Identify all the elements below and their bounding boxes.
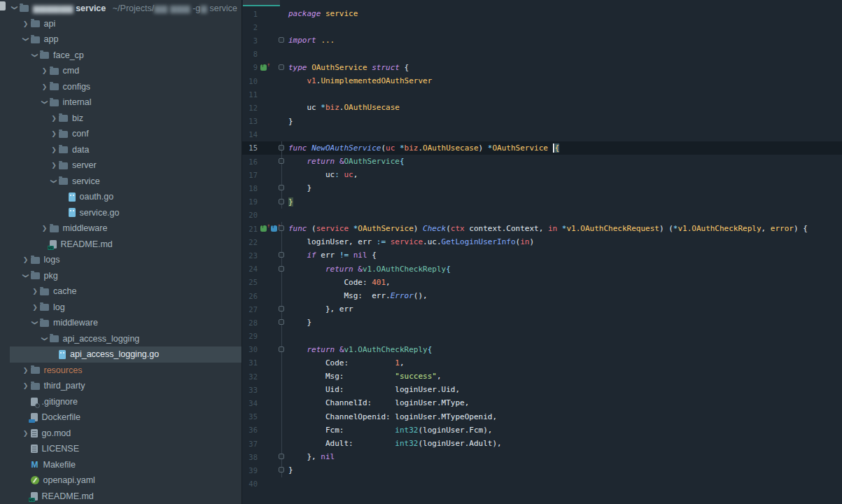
tree-item-app[interactable]: ❯app: [0, 31, 241, 48]
tree-item-go-mod[interactable]: ❯go.mod: [0, 426, 241, 442]
tree-item-conf[interactable]: ❯conf: [0, 126, 241, 142]
code-line-26[interactable]: 26 Msg: err.Error(),: [242, 289, 842, 302]
chevron-right-icon[interactable]: ❯: [30, 304, 40, 311]
fold-marker-icon[interactable]: [277, 316, 288, 329]
tree-item-resources[interactable]: ❯resources: [0, 363, 241, 379]
code-line-2[interactable]: 2: [242, 20, 842, 34]
code-line-8[interactable]: 8: [242, 48, 842, 61]
chevron-right-icon[interactable]: ❯: [40, 83, 50, 90]
code-line-18[interactable]: 18 }: [242, 181, 842, 195]
tree-item-configs[interactable]: ❯configs: [0, 79, 241, 95]
tree-item-makefile[interactable]: ❯MMakefile: [0, 457, 241, 473]
code-line-22[interactable]: 22 loginUser, err := service.uc.GetLogin…: [242, 235, 842, 248]
fold-marker-icon[interactable]: [277, 343, 288, 356]
chevron-down-icon[interactable]: ❯: [22, 34, 29, 44]
chevron-right-icon[interactable]: ❯: [21, 430, 31, 437]
tree-root-row[interactable]: ❯ ▆▆▆▆▆▆ service ~/Projects/▆▆ ▆▆▆ -g▆ s…: [0, 0, 241, 16]
tree-item-dockerfile[interactable]: ❯Dockerfile: [0, 410, 241, 426]
tree-item-pkg[interactable]: ❯pkg: [0, 268, 241, 284]
code-line-11[interactable]: 11: [242, 88, 842, 101]
tree-item-license[interactable]: ❯LICENSE: [0, 441, 241, 457]
code-line-24[interactable]: 24 return &v1.OAuthCheckReply{: [242, 262, 842, 276]
fold-marker-icon[interactable]: [277, 61, 288, 74]
code-line-34[interactable]: 34 ChannelId: loginUser.MType,: [242, 396, 842, 410]
code-line-31[interactable]: 31 Code: 1,: [242, 356, 842, 370]
tree-item-internal[interactable]: ❯internal: [0, 94, 241, 111]
tree-item-cmd[interactable]: ❯cmd: [0, 63, 241, 79]
chevron-right-icon[interactable]: ❯: [40, 67, 50, 74]
code-line-1[interactable]: 1package service: [242, 7, 842, 20]
code-line-20[interactable]: 20: [242, 209, 842, 222]
code-line-3[interactable]: 3import ...: [242, 34, 842, 47]
code-line-21[interactable]: 21func (service *OAuthService) Check(ctx…: [242, 222, 842, 235]
code-line-38[interactable]: 38 }, nil: [242, 450, 842, 463]
tree-item-server[interactable]: ❯server: [0, 158, 241, 174]
code-line-29[interactable]: 29: [242, 330, 842, 343]
chevron-down-icon[interactable]: ❯: [50, 176, 57, 186]
tree-item-api-access-logging-go[interactable]: ❯api_access_logging.go: [0, 346, 241, 363]
fold-marker-icon[interactable]: [277, 181, 288, 195]
code-line-28[interactable]: 28 }: [242, 316, 842, 329]
code-line-17[interactable]: 17 uc: uc,: [242, 168, 842, 181]
code-line-32[interactable]: 32 Msg: "success",: [242, 370, 842, 383]
tree-item-third-party[interactable]: ❯third_party: [0, 378, 241, 394]
code-line-23[interactable]: 23 if err != nil {: [242, 248, 842, 262]
tree-item-cache[interactable]: ❯cache: [0, 284, 241, 300]
chevron-right-icon[interactable]: ❯: [49, 130, 59, 137]
code-line-14[interactable]: 14: [242, 128, 842, 141]
tree-item-oauth-go[interactable]: ❯oauth.go: [0, 189, 241, 205]
code-line-25[interactable]: 25 Code: 401,: [242, 276, 842, 289]
editor-tab-indicator[interactable]: [243, 0, 280, 6]
tree-item-openapi-yaml[interactable]: ❯openapi.yaml: [0, 472, 241, 489]
chevron-right-icon[interactable]: ❯: [21, 256, 31, 263]
code-line-27[interactable]: 27 }, err: [242, 302, 842, 316]
overrides-blue-icon[interactable]: [271, 225, 277, 232]
code-line-33[interactable]: 33 Uid: loginUser.Uid,: [242, 383, 842, 396]
fold-marker-icon[interactable]: [277, 302, 288, 316]
code-line-12[interactable]: 12 uc *biz.OAuthUsecase: [242, 101, 842, 114]
chevron-right-icon[interactable]: ❯: [49, 146, 59, 153]
tree-item-face-cp[interactable]: ❯face_cp: [0, 48, 241, 64]
tree-item-middleware[interactable]: ❯middleware: [0, 315, 241, 331]
chevron-right-icon[interactable]: ❯: [21, 382, 31, 389]
code-editor[interactable]: 1package service23import ...89type OAuth…: [242, 0, 842, 504]
code-line-15[interactable]: 15func NewOAuthService(uc *biz.OAuthUsec…: [242, 141, 842, 155]
fold-marker-icon[interactable]: [277, 141, 288, 155]
chevron-right-icon[interactable]: ❯: [40, 225, 50, 232]
chevron-down-icon[interactable]: ❯: [31, 50, 38, 60]
code-line-9[interactable]: 9type OAuthService struct {: [242, 61, 842, 74]
code-line-39[interactable]: 39}: [242, 463, 842, 477]
chevron-down-icon[interactable]: ❯: [31, 318, 38, 328]
fold-marker-icon[interactable]: [277, 195, 288, 209]
tree-item-readme-md[interactable]: ❯README.md: [0, 489, 241, 504]
tree-item-api-access-logging[interactable]: ❯api_access_logging: [0, 331, 241, 347]
code-line-37[interactable]: 37 Adult: int32(loginUser.Adult),: [242, 437, 842, 450]
tree-item-logs[interactable]: ❯logs: [0, 252, 241, 268]
code-line-35[interactable]: 35 ChannelOpenid: loginUser.MTypeOpenid,: [242, 410, 842, 424]
chevron-right-icon[interactable]: ❯: [21, 367, 31, 374]
tree-item-service-go[interactable]: ❯service.go: [0, 205, 241, 221]
chevron-right-icon[interactable]: ❯: [49, 162, 59, 169]
code-line-19[interactable]: 19}: [242, 195, 842, 209]
chevron-down-icon[interactable]: ❯: [11, 3, 18, 13]
code-line-10[interactable]: 10 v1.UnimplementedOAuthServer: [242, 74, 842, 88]
chevron-down-icon[interactable]: ❯: [41, 97, 48, 107]
tree-item-biz[interactable]: ❯biz: [0, 111, 241, 127]
fold-marker-icon[interactable]: [277, 463, 288, 477]
fold-marker-icon[interactable]: [277, 248, 288, 262]
chevron-down-icon[interactable]: ❯: [22, 271, 29, 281]
chevron-right-icon[interactable]: ❯: [30, 288, 40, 295]
tree-item-data[interactable]: ❯data: [0, 142, 241, 158]
tree-item-middleware[interactable]: ❯middleware: [0, 220, 241, 237]
fold-marker-icon[interactable]: [277, 262, 288, 276]
chevron-right-icon[interactable]: ❯: [21, 20, 31, 27]
tree-item-service[interactable]: ❯service: [0, 174, 241, 190]
code-line-40[interactable]: 40: [242, 477, 842, 491]
tree-item-log[interactable]: ❯log: [0, 300, 241, 316]
fold-marker-icon[interactable]: [277, 222, 288, 235]
fold-marker-icon[interactable]: [277, 155, 288, 168]
tree-item-api[interactable]: ❯api: [0, 16, 241, 32]
code-line-13[interactable]: 13}: [242, 115, 842, 128]
code-line-16[interactable]: 16 return &OAuthService{: [242, 155, 842, 168]
fold-marker-icon[interactable]: [277, 450, 288, 463]
